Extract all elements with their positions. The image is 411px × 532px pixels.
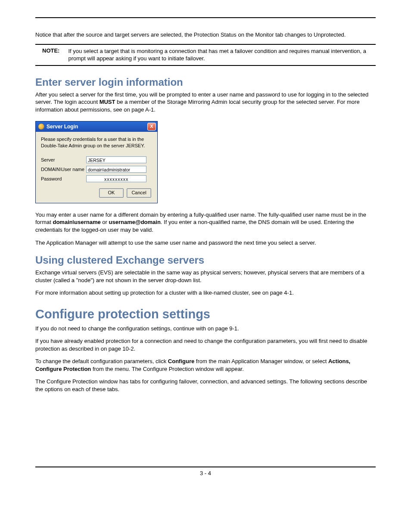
server-login-dialog: Server Login X Please specify credential… [35, 121, 158, 203]
server-login-dialog-figure: Server Login X Please specify credential… [35, 121, 376, 203]
text-span: For more information about setting up pr… [35, 289, 262, 296]
section3-para2: If you have already enabled protection f… [35, 337, 376, 352]
section1-para1: After you select a server for the first … [35, 91, 376, 114]
section3-para3: To change the default configuration para… [35, 358, 376, 373]
dialog-instruction: Please specify credentials for a user th… [41, 136, 152, 149]
after-dialog-para2: The Application Manager will attempt to … [35, 239, 376, 247]
app-icon [38, 124, 44, 130]
page-number: 3 - 4 [200, 470, 211, 476]
heading-enter-server-login: Enter server login information [35, 76, 376, 88]
page-footer: 3 - 4 [35, 467, 376, 476]
text-span: or [101, 219, 109, 225]
password-input[interactable]: xxxxxxxxx [86, 175, 146, 182]
note-label: NOTE: [35, 47, 68, 63]
dialog-titlebar: Server Login X [36, 121, 157, 132]
server-value: JERSEY [86, 156, 146, 163]
text-span: from the menu. The Configure Protection … [91, 366, 244, 372]
text-span: from the main Application Manager window… [194, 358, 328, 364]
section2-para2: For more information about setting up pr… [35, 289, 376, 297]
text-span: on page 4-1. [262, 289, 294, 296]
text-span: on page A-1. [124, 106, 156, 113]
note-box: NOTE: If you select a target that is mon… [35, 44, 376, 66]
ok-button[interactable]: OK [99, 188, 124, 198]
section3-para4: The Configure Protection window has tabs… [35, 378, 376, 393]
password-label: Password [41, 176, 86, 181]
section2-para1: Exchange virtual servers (EVS) are selec… [35, 269, 376, 284]
username-input[interactable]: domain\administrator [86, 166, 146, 173]
note-text: If you select a target that is monitorin… [68, 47, 376, 63]
configure-bold: Configure [168, 358, 194, 364]
username-label: DOMAIN\User name [41, 167, 86, 172]
format-bold: username@domain [109, 219, 161, 225]
close-icon[interactable]: X [147, 123, 156, 131]
text-span: To change the default configuration para… [35, 358, 168, 364]
heading-clustered-exchange: Using clustered Exchange servers [35, 254, 376, 266]
format-bold: domain\username [53, 219, 100, 225]
after-dialog-para1: You may enter a user name for a differen… [35, 211, 376, 234]
text-span: on page 9-1. [208, 325, 239, 332]
text-span: on page 10-2. [101, 345, 135, 352]
section3-para1: If you do not need to change the configu… [35, 325, 376, 333]
dialog-title: Server Login [47, 124, 78, 130]
text-span: If you have already enabled protection f… [35, 338, 367, 352]
heading-configure-protection: Configure protection settings [35, 307, 376, 321]
cancel-button[interactable]: Cancel [127, 188, 151, 198]
must-bold: MUST [100, 99, 115, 105]
server-label: Server [41, 157, 86, 162]
intro-text: Notice that after the source and target … [35, 31, 376, 39]
text-span: If you do not need to change the configu… [35, 325, 208, 332]
top-rule [35, 17, 376, 18]
